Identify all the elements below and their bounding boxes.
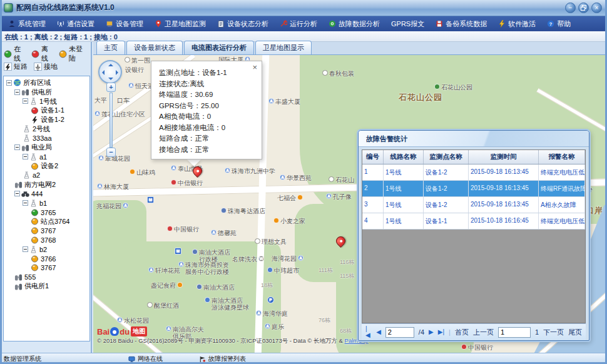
pylon-icon [23,125,31,133]
map-label-metro[interactable]: M [147,196,155,203]
tree-node-1号线[interactable]: 1号线 [4,97,89,106]
table-row[interactable]: 11号线设备1-22015-09-18 16:13:45终端充电电压低告警信号 [362,164,585,181]
tab-设备最新状态[interactable]: 设备最新状态 [126,41,183,54]
tree-node-3768[interactable]: 3768 [4,236,89,245]
pan-left-icon[interactable] [102,70,105,75]
tree-node-a1[interactable]: a1 [4,152,89,161]
pager-prev-icon[interactable]: ◀ [376,329,381,335]
pager-last-page-link[interactable]: 尾页 [568,328,582,337]
tree-node-供电所1[interactable]: 供电所1 [4,282,89,291]
tree-node-站点3764[interactable]: 站点3764 [4,217,89,226]
tree-expander-icon[interactable] [14,191,20,196]
tree-node-444[interactable]: 444 [4,190,89,199]
tree-node-3765[interactable]: 3765 [4,208,89,217]
fault-panel-title[interactable]: 故障告警统计 [359,131,589,147]
tree-node-设备2[interactable]: 设备2 [4,161,89,171]
map-label-18栋: 18栋 [261,282,273,289]
pylon-icon [29,200,38,207]
zoom-slider[interactable] [110,93,113,148]
tree-node-所有区域[interactable]: 所有区域 [4,78,89,88]
pager-prev-page-link[interactable]: 上一页 [473,328,494,337]
column-header-监测点名称[interactable]: 监测点名称 [424,150,469,164]
tree-node-b1[interactable]: b1 [4,198,89,208]
tree-node-b2[interactable]: b2 [4,245,89,254]
pager-first-page-link[interactable]: 首页 [455,328,469,337]
zoom-in-button[interactable]: + [106,83,116,92]
menu-item-6[interactable]: 运行分析 [275,18,322,31]
menu-item-1[interactable]: 系统管理 [4,18,50,31]
tree-node-555[interactable]: 555 [4,273,89,282]
map-label-水松花园: A水松花园 [117,317,149,324]
tab-主页[interactable]: 主页 [96,41,125,54]
tree-expander-icon[interactable] [23,246,28,252]
tree-node-3766[interactable]: 3766 [4,254,89,263]
menu-item-10[interactable]: 软件激活 [494,18,540,31]
popup-close-icon[interactable]: × [252,63,257,71]
tree-node-label: 3768 [41,236,56,244]
tree-node-3767[interactable]: 3767 [4,263,89,273]
column-header-编号[interactable]: 编号 [362,150,384,164]
menu-item-8[interactable]: GPRS报文 [387,18,429,31]
tree-node-3767[interactable]: 3767 [4,226,89,236]
tree-node-电业局[interactable]: 电业局 [4,143,89,153]
pan-right-icon[interactable] [116,70,118,75]
map-pan-control[interactable] [98,60,122,84]
tree-node-供电所[interactable]: 供电所 [4,88,89,97]
table-row[interactable]: 41号线设备1-12015-10-18 16:16:45终端充电电压低告警信号 [362,213,585,230]
tree-node-设备1-1[interactable]: 设备1-1 [4,106,89,115]
column-header-监测时间[interactable]: 监测时间 [469,150,539,164]
menu-item-4[interactable]: 卫星地图监测 [150,18,210,31]
tree-expander-icon[interactable] [23,200,28,206]
menu-item-3[interactable]: 设备管理 [101,18,148,31]
table-cell: 1号线 [384,181,424,196]
tree-node-南方电网2[interactable]: 南方电网2 [4,180,89,190]
menu-item-label: 帮助 [557,19,571,29]
map-label-parking[interactable]: P [267,296,275,303]
pylon-icon [29,246,38,253]
pager-next-icon[interactable]: ▶ [429,329,434,335]
taskbar-item-数据管理系统[interactable]: 数据管理系统 [4,355,41,363]
close-button[interactable]: × [591,3,602,13]
menu-item-7[interactable]: 故障数据分析 [324,18,384,31]
menu-item-5[interactable]: 设备状态分析 [213,18,273,31]
tree-expander-icon[interactable] [6,80,12,86]
taskbar-item-故障报警列表[interactable]: 故障报警列表 [199,355,246,363]
tree-node-a2[interactable]: a2 [4,171,89,180]
pan-down-icon[interactable] [108,78,113,80]
tree-node-设备1-2[interactable]: 设备1-2 [4,115,89,124]
pager-first-icon[interactable]: |◀ [365,326,372,338]
pager-next-page-link[interactable]: 下一页 [543,328,564,337]
tab-卫星地图显示[interactable]: 卫星地图显示 [255,41,312,54]
pager-last-icon[interactable]: ▶| [438,329,444,335]
map-label-林海大厦: A林海大厦 [97,183,129,190]
dot-icon [255,238,260,244]
tree-node-333aa[interactable]: 333aa [4,134,89,143]
pager-goto-input[interactable] [498,327,531,338]
menu-item-2[interactable]: 通信设置 [53,18,99,31]
map-label-116栋: 116栋 [340,259,354,266]
pan-up-icon[interactable] [108,64,113,66]
map-canvas[interactable]: + − × 监测点地址：设备1-1连接状态:离线终端温度：30.69GPRS信号… [93,55,605,353]
tab-电流图表运行分析[interactable]: 电流图表运行分析 [184,41,254,54]
column-header-线路名称[interactable]: 线路名称 [384,150,424,164]
menu-item-9[interactable]: 备份系统数据 [431,18,491,31]
table-row[interactable]: 31号线设备1-22015-09-18 16:13:45A相永久故障 [362,197,585,213]
tree-node-2号线[interactable]: 2号线 [4,124,89,134]
map-label-111栋: 111栋 [319,267,333,274]
tree-expander-icon[interactable] [14,144,20,150]
zoom-out-button[interactable]: − [106,148,116,157]
column-header-报警名称[interactable]: 报警名称 [539,150,585,164]
tree-expander-icon[interactable] [23,154,28,159]
tree-expander-icon[interactable] [23,98,28,104]
minimize-button[interactable]: − [565,3,576,13]
poi-icon [177,282,183,288]
menu-item-11[interactable]: ?帮助 [543,18,575,31]
pager-page-input[interactable] [385,327,414,338]
tree-expander-icon[interactable] [14,89,20,95]
svg-text:?: ? [549,21,553,27]
restore-button[interactable] [578,3,589,13]
table-row[interactable]: 21号线设备1-22015-09-18 16:13:45终端RF通讯故障 [362,181,585,197]
map-label-text: 口车 [117,97,130,104]
map-label-metro[interactable]: M [175,248,183,255]
taskbar-item-网络在线[interactable]: 网络在线 [128,355,163,363]
